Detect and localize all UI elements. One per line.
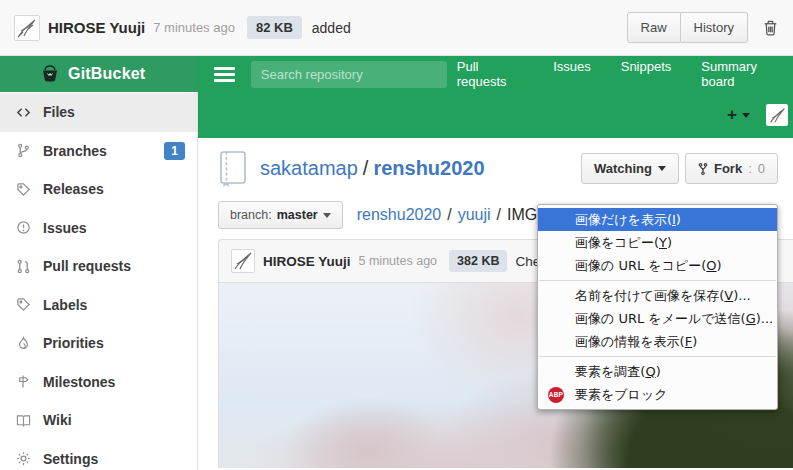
sidebar-item-milestones[interactable]: Milestones	[0, 363, 197, 402]
chevron-down-icon	[323, 213, 331, 218]
book-icon	[15, 413, 32, 428]
commit-meta: HIROSE Yuuji 7 minutes ago 82 KB added	[14, 15, 627, 41]
image-context-menu: 画像だけを表示(I) 画像をコピー(Y) 画像の URL をコピー(O) 名前を…	[537, 204, 778, 410]
menu-item-text: 画像の URL をメールで送信(	[575, 311, 746, 326]
menu-item-text: 要素を調査(	[575, 364, 645, 379]
menu-item-text: )	[656, 364, 661, 379]
menu-item-text: 要素をブロック	[575, 387, 668, 402]
file-button-group: Raw History	[627, 12, 748, 43]
milestone-icon	[15, 374, 32, 389]
sidebar-item-issues[interactable]: Issues	[0, 209, 197, 248]
menu-item-copy-image-url[interactable]: 画像の URL をコピー(O)	[538, 254, 777, 277]
menu-item-inspect-element[interactable]: 要素を調査(Q)	[538, 360, 777, 383]
menu-item-email-image-url[interactable]: 画像の URL をメールで送信(G)...	[538, 307, 777, 330]
menu-item-block-element[interactable]: ABP 要素をブロック	[538, 383, 777, 406]
delete-file-button[interactable]	[762, 19, 779, 37]
issue-opened-icon	[15, 220, 32, 235]
fork-separator: :	[748, 161, 752, 176]
fork-count: 0	[758, 161, 765, 176]
repo-icon	[218, 150, 248, 187]
menu-item-save-image-as[interactable]: 名前を付けて画像を保存(V)...	[538, 284, 777, 307]
search-input[interactable]	[251, 61, 447, 88]
commit-user-name[interactable]: HIROSE Yuuji	[263, 254, 351, 269]
menu-item-text: 画像の URL をコピー(	[575, 258, 706, 273]
nav-snippets[interactable]: Snippets	[621, 59, 672, 89]
sidebar-item-wiki[interactable]: Wiki	[0, 401, 197, 440]
menu-access-key: V	[724, 288, 733, 303]
chevron-down-icon	[658, 166, 666, 171]
branch-selector-button[interactable]: branch: master	[218, 201, 343, 229]
sidebar-item-labels[interactable]: Labels	[0, 286, 197, 325]
menu-access-key: Y	[659, 235, 667, 250]
sidebar-item-branches[interactable]: Branches 1	[0, 132, 197, 171]
bucket-logo-icon	[40, 64, 60, 84]
breadcrumb-separator: /	[497, 206, 501, 223]
sidebar-item-label: Releases	[43, 181, 185, 197]
bird-sketch-avatar-icon	[16, 17, 38, 39]
sidebar-item-label: Labels	[43, 297, 185, 313]
commit-user-avatar[interactable]	[231, 249, 255, 273]
sidebar-item-label: Pull requests	[43, 258, 185, 274]
breadcrumb-separator: /	[447, 206, 451, 223]
account-avatar[interactable]	[766, 104, 788, 126]
code-icon	[15, 105, 32, 120]
menu-access-key: O	[706, 258, 716, 273]
sidebar-item-settings[interactable]: Settings	[0, 440, 197, 470]
fork-label: Fork	[714, 161, 742, 176]
repo-title: sakatamap/renshu2020	[260, 157, 485, 180]
repo-owner-link[interactable]: sakatamap	[260, 157, 358, 179]
create-new-dropdown[interactable]: +	[727, 105, 750, 125]
app-nav-bar: Pull requests Issues Snippets Summary bo…	[198, 56, 793, 92]
history-button[interactable]: History	[681, 12, 748, 43]
repo-name-link[interactable]: renshu2020	[373, 157, 484, 179]
committer-name[interactable]: HIROSE Yuuji	[48, 19, 145, 36]
menu-item-view-image[interactable]: 画像だけを表示(I)	[538, 208, 777, 231]
sidebar-item-pull-requests[interactable]: Pull requests	[0, 247, 197, 286]
file-header-bar: HIROSE Yuuji 7 minutes ago 82 KB added R…	[0, 0, 793, 56]
tag-icon	[15, 182, 32, 197]
gitbucket-window: HIROSE Yuuji 7 minutes ago 82 KB added R…	[0, 0, 793, 470]
app-logo[interactable]: GitBucket	[0, 56, 198, 92]
hamburger-icon[interactable]	[214, 67, 235, 82]
app-header: GitBucket Pull requests Issues Snippets …	[0, 56, 793, 92]
commit-time: 5 minutes ago	[359, 254, 438, 268]
watching-dropdown-button[interactable]: Watching	[581, 153, 679, 184]
nav-issues[interactable]: Issues	[553, 59, 591, 89]
sidebar-item-priorities[interactable]: Priorities	[0, 324, 197, 363]
commit-action: added	[312, 20, 351, 36]
raw-button[interactable]: Raw	[627, 12, 681, 43]
branches-count-badge: 1	[164, 142, 185, 160]
fork-button[interactable]: Fork: 0	[685, 153, 778, 184]
bird-sketch-avatar-icon	[768, 106, 787, 125]
sidebar-item-label: Files	[43, 104, 185, 120]
nav-pull-requests[interactable]: Pull requests	[457, 59, 523, 89]
breadcrumb-repo-link[interactable]: renshu2020	[357, 206, 442, 223]
repo-title-row: sakatamap/renshu2020 Watching Fork: 0	[218, 150, 778, 187]
menu-separator	[539, 280, 776, 281]
menu-item-text: )	[717, 258, 722, 273]
breadcrumb-dir-link[interactable]: yuuji	[458, 206, 491, 223]
sidebar-item-files[interactable]: Files	[0, 93, 197, 132]
menu-item-copy-image[interactable]: 画像をコピー(Y)	[538, 231, 777, 254]
branch-name: master	[277, 208, 318, 222]
sidebar-item-label: Wiki	[43, 412, 185, 428]
tag-icon	[15, 297, 32, 312]
nav-summary-board[interactable]: Summary board	[701, 59, 783, 89]
trash-icon	[762, 19, 779, 37]
file-size-badge: 82 KB	[247, 16, 302, 39]
flame-icon	[15, 336, 32, 351]
menu-item-view-image-info[interactable]: 画像の情報を表示(F)	[538, 330, 777, 353]
menu-item-text: 画像の情報を表示(	[575, 334, 685, 349]
menu-item-text: )...	[756, 311, 773, 326]
branch-label: branch:	[230, 208, 272, 222]
menu-access-key: G	[746, 311, 756, 326]
fork-icon	[698, 162, 708, 176]
sidebar-item-label: Milestones	[43, 374, 185, 390]
menu-item-text: )...	[733, 288, 750, 303]
sidebar-item-releases[interactable]: Releases	[0, 170, 197, 209]
user-avatar[interactable]	[14, 15, 40, 41]
menu-item-text: 画像をコピー(	[575, 235, 659, 250]
menu-item-text: )	[676, 212, 681, 227]
git-branch-icon	[15, 143, 32, 158]
repo-title-separator: /	[363, 157, 369, 179]
